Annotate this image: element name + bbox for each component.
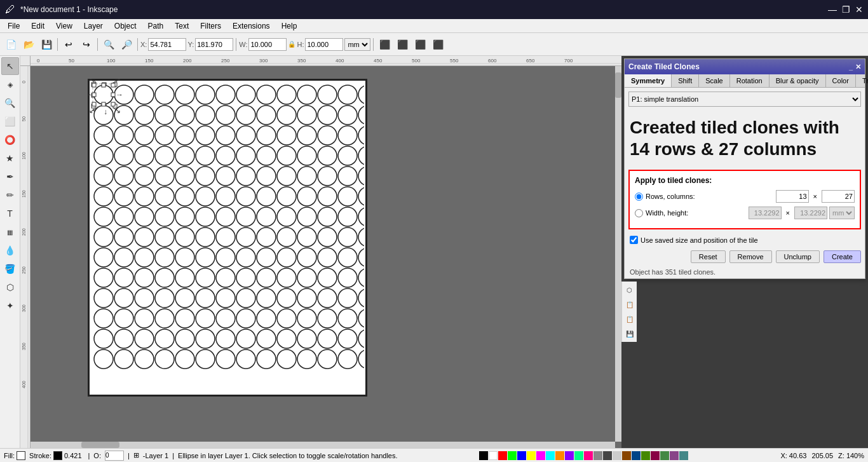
menu-view[interactable]: View [51,20,78,32]
spray-tool[interactable]: ✦ [1,297,19,315]
star-tool[interactable]: ★ [1,149,19,167]
rt-btn3[interactable]: 📋 [623,312,637,326]
menu-edit[interactable]: Edit [26,20,50,32]
tab-trace[interactable]: Trace [856,74,868,87]
palette-brown[interactable] [622,451,631,460]
menu-text[interactable]: Text [170,20,194,32]
fill-swatch[interactable] [17,451,25,460]
width-height-radio[interactable] [635,209,643,217]
palette-green[interactable] [508,451,517,460]
svg-point-150 [277,228,296,247]
align-justify-btn[interactable]: ⬛ [430,36,446,53]
x-input[interactable] [148,38,186,51]
menu-path[interactable]: Path [143,20,169,32]
node-tool[interactable]: ◈ [1,76,19,93]
tab-color[interactable]: Color [826,74,856,87]
opacity-input[interactable] [105,451,124,461]
dropper-tool[interactable]: 💧 [1,241,19,259]
rt-btn1[interactable]: ⬡ [623,283,637,297]
save-btn[interactable]: 💾 [38,36,55,53]
svg-point-153 [338,228,357,247]
minimize-btn[interactable]: — [828,4,837,15]
menu-help[interactable]: Help [276,20,302,32]
palette-yellow[interactable] [527,451,536,460]
circle-tool[interactable]: ⭕ [1,131,19,149]
rt-btn2[interactable]: 📋 [623,297,637,311]
new-btn[interactable]: 📄 [3,36,19,53]
palette-purple2[interactable] [670,451,679,460]
palette-white[interactable] [489,451,498,460]
palette-magenta[interactable] [536,451,545,460]
menu-object[interactable]: Object [109,20,142,32]
pencil-tool[interactable]: ✏ [1,186,19,204]
select-tool[interactable]: ↖ [1,57,19,75]
align-right-btn[interactable]: ⬛ [412,36,428,53]
rows-cols-radio[interactable] [635,193,643,201]
palette-teal2[interactable] [679,451,688,460]
unclump-button[interactable]: Unclump [776,250,820,263]
svg-point-143 [135,228,154,247]
menu-filters[interactable]: Filters [195,20,226,32]
palette-purple[interactable] [565,451,574,460]
unit-select[interactable]: mm px cm in [344,38,370,51]
palette-gray[interactable] [593,451,602,460]
height-input[interactable] [794,207,827,219]
palette-navy[interactable] [632,451,641,460]
h-input[interactable] [305,38,343,51]
tab-rotation[interactable]: Rotation [730,74,770,87]
redo-btn[interactable]: ↪ [78,36,95,53]
pen-tool[interactable]: ✒ [1,168,19,186]
rows-input[interactable] [776,190,809,203]
dialog-close[interactable]: ✕ [855,63,861,71]
maximize-btn[interactable]: ❐ [842,4,850,15]
tab-shift[interactable]: Shift [672,74,699,87]
stroke-swatch[interactable] [53,451,62,460]
horizontal-scrollbar[interactable] [31,442,615,448]
palette-darkgray[interactable] [603,451,612,460]
palette-red[interactable] [498,451,507,460]
zoom-out-btn[interactable]: 🔎 [118,36,135,53]
use-saved-checkbox[interactable] [630,236,638,244]
menu-layer[interactable]: Layer [79,20,108,32]
text-tool[interactable]: T [1,205,19,222]
reset-button[interactable]: Reset [691,250,726,263]
vertical-scrollbar[interactable] [615,66,621,442]
tab-blur-opacity[interactable]: Blur & opacity [770,74,826,87]
y-input[interactable] [195,38,233,51]
palette-teal[interactable] [574,451,583,460]
gradient-tool[interactable]: ▦ [1,223,19,241]
paint-tool[interactable]: 🪣 [1,260,19,278]
eraser-tool[interactable]: ⬡ [1,278,19,296]
palette-orange[interactable] [555,451,564,460]
menu-extensions[interactable]: Extensions [227,20,275,32]
width-input[interactable] [749,207,782,219]
menu-file[interactable]: File [3,20,25,32]
undo-btn[interactable]: ↩ [60,36,77,53]
palette-lightgray[interactable] [613,451,621,460]
palette-darkgreen[interactable] [660,451,669,460]
dialog-minimize[interactable]: _ [849,63,853,71]
cols-input[interactable] [822,190,855,203]
wh-unit-select[interactable]: mm px [829,207,855,219]
symmetry-select[interactable]: P1: simple translation [628,92,861,107]
tab-symmetry[interactable]: Symmetry [625,74,672,87]
svg-point-120 [236,187,255,206]
rt-btn4[interactable]: 💾 [623,327,637,341]
palette-blue[interactable] [517,451,526,460]
palette-pink[interactable] [584,451,593,460]
rect-tool[interactable]: ⬜ [1,112,19,130]
align-center-btn[interactable]: ⬛ [394,36,410,53]
palette-maroon[interactable] [651,451,660,460]
zoom-tool[interactable]: 🔍 [1,94,19,112]
zoom-in-btn[interactable]: 🔍 [100,36,117,53]
tab-scale[interactable]: Scale [699,74,730,87]
close-btn[interactable]: ✕ [855,4,863,15]
palette-cyan[interactable] [546,451,555,460]
w-input[interactable] [248,38,287,51]
align-left-btn[interactable]: ⬛ [376,36,393,53]
palette-olive[interactable] [641,451,650,460]
palette-black[interactable] [479,451,488,460]
remove-button[interactable]: Remove [729,250,772,263]
create-button[interactable]: Create [824,250,861,263]
open-btn[interactable]: 📂 [20,36,37,53]
